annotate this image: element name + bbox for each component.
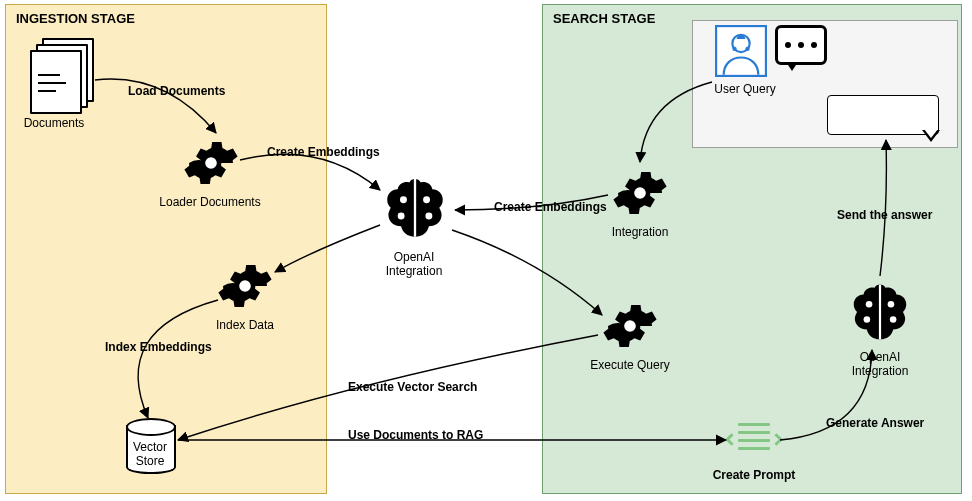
edge-execute-vector-search: Execute Vector Search — [348, 380, 477, 394]
index-data-label: Index Data — [216, 318, 274, 332]
create-prompt-icon — [732, 417, 776, 461]
svg-point-6 — [423, 196, 430, 203]
svg-point-16 — [732, 47, 736, 51]
svg-point-10 — [866, 301, 873, 308]
edge-generate-answer: Generate Answer — [826, 416, 924, 430]
openai-integration-center-label: OpenAI Integration — [386, 250, 443, 278]
svg-point-12 — [864, 316, 871, 323]
openai-brain-right-icon — [845, 278, 915, 348]
svg-point-17 — [745, 47, 749, 51]
search-stage-title: SEARCH STAGE — [553, 11, 655, 26]
edge-load-documents: Load Documents — [128, 84, 225, 98]
openai-integration-right-label: OpenAI Integration — [852, 350, 909, 378]
user-speech-dots-icon — [775, 25, 827, 65]
index-data-gear-icon — [217, 258, 273, 314]
execute-query-label: Execute Query — [590, 358, 669, 372]
vector-store-label: Vector Store — [133, 440, 167, 468]
create-prompt-label: Create Prompt — [713, 468, 796, 482]
svg-point-5 — [400, 196, 407, 203]
edge-index-embeddings: Index Embeddings — [105, 340, 212, 354]
svg-point-2 — [634, 187, 646, 199]
svg-point-8 — [425, 212, 432, 219]
documents-label: Documents — [24, 116, 85, 130]
edge-use-documents-to-rag: Use Documents to RAG — [348, 428, 483, 442]
svg-point-1 — [239, 280, 251, 292]
svg-rect-9 — [879, 285, 881, 340]
svg-rect-4 — [414, 179, 416, 237]
svg-point-3 — [624, 320, 636, 332]
svg-point-7 — [398, 212, 405, 219]
edge-send-the-answer: Send the answer — [837, 208, 932, 222]
answer-speech-bubble — [827, 95, 939, 135]
answer-speech-tail — [922, 130, 940, 142]
svg-point-13 — [890, 316, 897, 323]
ingestion-stage-title: INGESTION STAGE — [16, 11, 135, 26]
user-icon — [715, 25, 767, 77]
openai-brain-center-icon — [378, 172, 452, 246]
integration-label: Integration — [612, 225, 669, 239]
user-query-label: User Query — [714, 82, 775, 96]
svg-point-0 — [205, 157, 217, 169]
execute-query-gear-icon — [602, 298, 658, 354]
svg-point-11 — [888, 301, 895, 308]
integration-gear-icon — [612, 165, 668, 221]
edge-create-embeddings-l: Create Embeddings — [267, 145, 380, 159]
documents-icon — [30, 38, 100, 108]
loader-documents-label: Loader Documents — [159, 195, 260, 209]
edge-create-embeddings-r: Create Embeddings — [494, 200, 607, 214]
loader-documents-gear-icon — [183, 135, 239, 191]
